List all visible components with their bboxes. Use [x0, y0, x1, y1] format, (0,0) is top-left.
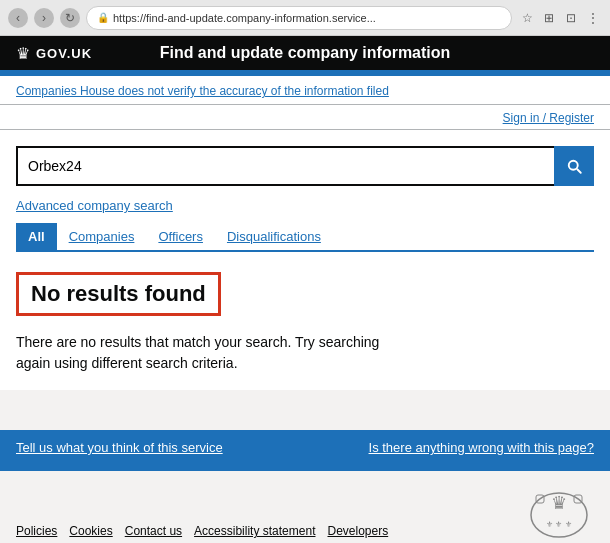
footer: Policies Cookies Contact us Accessibilit…	[0, 465, 610, 543]
back-button[interactable]: ‹	[8, 8, 28, 28]
feedback-bar: Tell us what you think of this service I…	[0, 430, 610, 465]
footer-link-policies[interactable]: Policies	[16, 524, 57, 538]
chrome-icons: ☆ ⊞ ⊡ ⋮	[518, 9, 602, 27]
footer-link-developers[interactable]: Developers	[327, 524, 388, 538]
star-icon[interactable]: ☆	[518, 9, 536, 27]
ext-icon2[interactable]: ⊡	[562, 9, 580, 27]
site-title: Find and update company information	[160, 44, 451, 62]
feedback-left-link[interactable]: Tell us what you think of this service	[16, 440, 223, 455]
browser-chrome: ‹ › ↻ 🔒 https://find-and-update.company-…	[0, 0, 610, 36]
royal-crest-svg: ♛ ⚜ ⚜ ⚜	[524, 487, 594, 542]
tab-all[interactable]: All	[16, 223, 57, 250]
warning-bar: Companies House does not verify the accu…	[0, 76, 610, 105]
footer-link-cookies[interactable]: Cookies	[69, 524, 112, 538]
footer-links-row: Policies Cookies Contact us Accessibilit…	[16, 524, 388, 538]
no-results-text: There are no results that match your sea…	[16, 332, 396, 374]
signin-bar: Sign in / Register	[0, 105, 610, 130]
no-results-section: No results found There are no results th…	[16, 272, 594, 374]
tabs-container: All Companies Officers Disqualifications	[16, 223, 594, 252]
footer-link-accessibility[interactable]: Accessibility statement	[194, 524, 315, 538]
search-container	[16, 146, 594, 186]
main-content: Advanced company search All Companies Of…	[0, 130, 610, 390]
crown-icon: ♛	[16, 44, 30, 63]
forward-button[interactable]: ›	[34, 8, 54, 28]
svg-text:⚜ ⚜ ⚜: ⚜ ⚜ ⚜	[546, 520, 571, 529]
tab-disqualifications[interactable]: Disqualifications	[215, 223, 333, 250]
address-bar[interactable]: 🔒 https://find-and-update.company-inform…	[86, 6, 512, 30]
crown-logo-area: ♛ ⚜ ⚜ ⚜ © Crown copyright	[503, 487, 594, 543]
ext-icon1[interactable]: ⊞	[540, 9, 558, 27]
tab-companies[interactable]: Companies	[57, 223, 147, 250]
tab-officers[interactable]: Officers	[146, 223, 215, 250]
footer-links: Policies Cookies Contact us Accessibilit…	[16, 524, 388, 543]
gov-logo-text: GOV.UK	[36, 46, 92, 61]
svg-text:♛: ♛	[551, 493, 567, 513]
gov-header: ♛ GOV.UK Find and update company informa…	[0, 36, 610, 70]
advanced-search-link[interactable]: Advanced company search	[16, 198, 594, 213]
address-text: https://find-and-update.company-informat…	[113, 12, 501, 24]
feedback-right-link[interactable]: Is there anything wrong with this page?	[369, 440, 594, 455]
search-icon	[565, 157, 583, 175]
signin-link[interactable]: Sign in / Register	[503, 111, 594, 125]
refresh-button[interactable]: ↻	[60, 8, 80, 28]
lock-icon: 🔒	[97, 12, 109, 23]
search-input[interactable]	[16, 146, 554, 186]
no-results-heading: No results found	[16, 272, 221, 316]
search-button[interactable]	[554, 146, 594, 186]
gov-logo[interactable]: ♛ GOV.UK	[16, 44, 92, 63]
footer-link-contact[interactable]: Contact us	[125, 524, 182, 538]
ext-icon3[interactable]: ⋮	[584, 9, 602, 27]
crown-logo-icon: ♛ ⚜ ⚜ ⚜	[503, 487, 594, 543]
warning-link[interactable]: Companies House does not verify the accu…	[16, 84, 389, 98]
